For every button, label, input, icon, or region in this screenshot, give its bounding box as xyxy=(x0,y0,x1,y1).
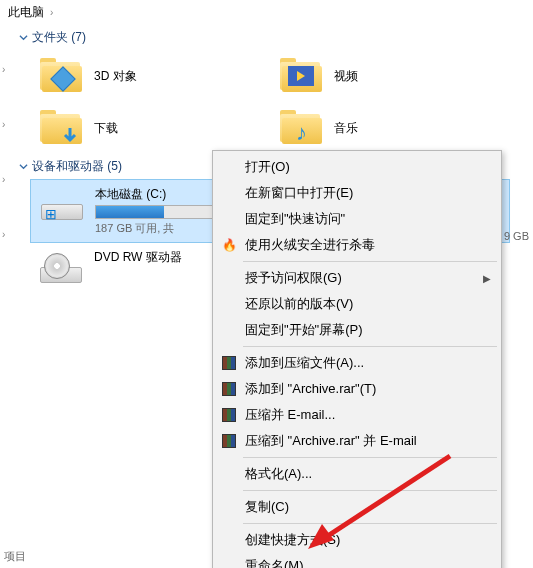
menu-add-archive-rar[interactable]: 添加到 "Archive.rar"(T) xyxy=(215,376,499,402)
menu-separator xyxy=(243,457,497,458)
folder-downloads[interactable]: 下载 xyxy=(30,102,270,154)
books-icon xyxy=(221,433,237,449)
menu-format[interactable]: 格式化(A)... xyxy=(215,461,499,487)
menu-compress-email[interactable]: 压缩并 E-mail... xyxy=(215,402,499,428)
breadcrumb-root: 此电脑 xyxy=(8,4,44,21)
folders-grid: 3D 对象 视频 下载 ♪ 音乐 xyxy=(0,50,533,154)
disc-icon xyxy=(44,253,70,279)
film-icon xyxy=(288,66,314,86)
partial-capacity-text: 9 GB xyxy=(504,230,529,242)
sidebar-chevrons: ›››› xyxy=(2,64,5,240)
folder-3d-objects[interactable]: 3D 对象 xyxy=(30,50,270,102)
menu-rename[interactable]: 重命名(M) xyxy=(215,553,499,568)
menu-separator xyxy=(243,490,497,491)
menu-separator xyxy=(243,346,497,347)
menu-grant-access[interactable]: 授予访问权限(G) ▶ xyxy=(215,265,499,291)
menu-separator xyxy=(243,523,497,524)
chevron-down-icon xyxy=(18,162,28,172)
dvd-drive-icon xyxy=(38,249,84,289)
folder-label: 下载 xyxy=(94,120,118,137)
chevron-right-icon: › xyxy=(50,7,53,18)
chevron-right-icon: ▶ xyxy=(483,273,491,284)
section-devices-label: 设备和驱动器 (5) xyxy=(32,158,122,175)
menu-separator xyxy=(243,261,497,262)
books-icon xyxy=(221,355,237,371)
fire-icon: 🔥 xyxy=(221,237,237,253)
chevron-down-icon xyxy=(18,33,28,43)
section-folders-label: 文件夹 (7) xyxy=(32,29,86,46)
music-note-icon: ♪ xyxy=(296,120,307,146)
folder-icon xyxy=(38,108,84,148)
download-arrow-icon xyxy=(60,126,80,146)
books-icon xyxy=(221,407,237,423)
menu-pin-start[interactable]: 固定到"开始"屏幕(P) xyxy=(215,317,499,343)
menu-copy[interactable]: 复制(C) xyxy=(215,494,499,520)
folder-music[interactable]: ♪ 音乐 xyxy=(270,102,510,154)
menu-compress-rar-email[interactable]: 压缩到 "Archive.rar" 并 E-mail xyxy=(215,428,499,454)
folder-icon xyxy=(38,56,84,96)
folder-label: 3D 对象 xyxy=(94,68,137,85)
context-menu: 打开(O) 在新窗口中打开(E) 固定到"快速访问" 🔥 使用火绒安全进行杀毒 … xyxy=(212,150,502,568)
menu-restore-version[interactable]: 还原以前的版本(V) xyxy=(215,291,499,317)
breadcrumb[interactable]: 此电脑 › xyxy=(0,0,533,25)
books-icon xyxy=(221,381,237,397)
folder-label: 音乐 xyxy=(334,120,358,137)
section-folders[interactable]: 文件夹 (7) xyxy=(0,25,533,50)
drive-icon: ⊞ xyxy=(39,186,85,226)
folder-icon: ♪ xyxy=(278,108,324,148)
menu-add-archive[interactable]: 添加到压缩文件(A)... xyxy=(215,350,499,376)
status-bar-item-count: 项目 xyxy=(0,547,30,566)
menu-huorong-scan[interactable]: 🔥 使用火绒安全进行杀毒 xyxy=(215,232,499,258)
menu-create-shortcut[interactable]: 创建快捷方式(S) xyxy=(215,527,499,553)
folder-icon xyxy=(278,56,324,96)
folder-videos[interactable]: 视频 xyxy=(270,50,510,102)
menu-open[interactable]: 打开(O) xyxy=(215,154,499,180)
menu-open-new-window[interactable]: 在新窗口中打开(E) xyxy=(215,180,499,206)
folder-label: 视频 xyxy=(334,68,358,85)
menu-pin-quick-access[interactable]: 固定到"快速访问" xyxy=(215,206,499,232)
windows-logo-icon: ⊞ xyxy=(45,206,57,222)
